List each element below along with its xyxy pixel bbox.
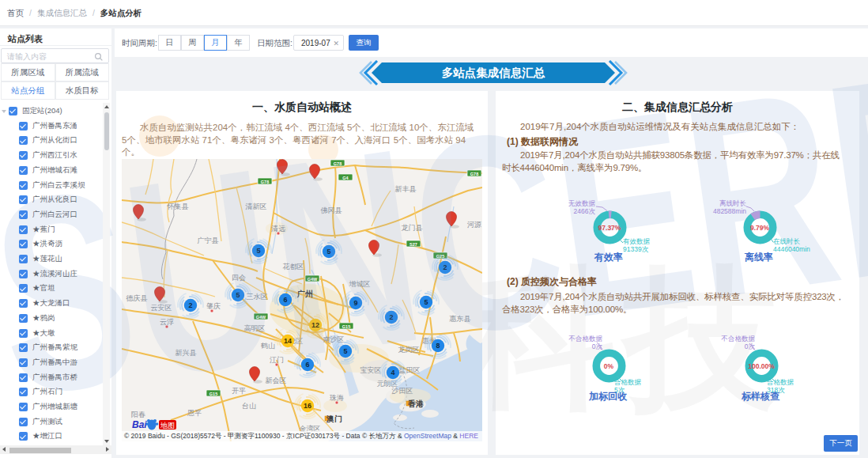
svg-text:G4: G4 xyxy=(342,176,349,180)
svg-text:清新区: 清新区 xyxy=(245,203,267,210)
svg-text:惠东县: 惠东县 xyxy=(449,315,471,323)
svg-text:宝安区: 宝安区 xyxy=(360,366,382,374)
svg-text:2: 2 xyxy=(389,313,393,321)
svg-text:G4W: G4W xyxy=(308,277,318,282)
svg-text:阳春: 阳春 xyxy=(131,411,145,418)
svg-text:珠海: 珠海 xyxy=(330,394,344,402)
svg-text:2: 2 xyxy=(443,263,447,271)
svg-text:沙田区: 沙田区 xyxy=(391,387,413,395)
svg-text:河源: 河源 xyxy=(467,221,481,229)
svg-text:5: 5 xyxy=(256,247,260,255)
svg-text:四会: 四会 xyxy=(232,274,246,282)
svg-text:4: 4 xyxy=(391,369,394,377)
svg-text:怀集县: 怀集县 xyxy=(167,203,189,210)
svg-text:6: 6 xyxy=(305,361,309,369)
svg-text:广州: 广州 xyxy=(296,290,313,298)
svg-text:多站点集成信息汇总: 多站点集成信息汇总 xyxy=(442,66,545,79)
svg-text:台山: 台山 xyxy=(242,402,256,410)
svg-text:9: 9 xyxy=(353,299,357,307)
svg-text:14: 14 xyxy=(284,337,292,345)
svg-text:佛冈县: 佛冈县 xyxy=(321,206,342,214)
svg-text:新会区: 新会区 xyxy=(266,377,287,384)
svg-text:江门: 江门 xyxy=(270,356,284,364)
svg-text:G78: G78 xyxy=(261,180,269,184)
svg-text:5: 5 xyxy=(236,291,240,299)
svg-text:开平: 开平 xyxy=(232,387,246,395)
svg-text:清远: 清远 xyxy=(270,225,285,233)
svg-text:高明区: 高明区 xyxy=(244,324,266,332)
svg-text:肇庆: 肇庆 xyxy=(206,302,221,310)
svg-text:G15: G15 xyxy=(342,324,350,329)
svg-text:S27: S27 xyxy=(409,242,417,247)
svg-text:G78: G78 xyxy=(334,161,342,166)
svg-text:2: 2 xyxy=(188,301,192,309)
svg-text:8: 8 xyxy=(436,342,440,350)
svg-text:16: 16 xyxy=(304,402,311,410)
svg-text:云安区: 云安区 xyxy=(151,304,172,312)
svg-text:增城区: 增城区 xyxy=(349,280,371,288)
svg-text:云浮: 云浮 xyxy=(160,318,174,326)
svg-text:G15: G15 xyxy=(209,392,217,396)
svg-text:龙岗区: 龙岗区 xyxy=(398,346,420,354)
svg-text:Bai: Bai xyxy=(132,419,147,430)
svg-text:新兴县: 新兴县 xyxy=(175,349,197,357)
svg-text:© 2019 Baidu - GS(2018)5572号 -: © 2019 Baidu - GS(2018)5572号 - 甲测资字11009… xyxy=(124,432,478,440)
svg-text:G78: G78 xyxy=(470,172,478,176)
svg-text:新丰县: 新丰县 xyxy=(395,185,417,193)
svg-text:鹤山: 鹤山 xyxy=(260,342,275,350)
svg-text:香港: 香港 xyxy=(407,399,424,408)
svg-text:地图: 地图 xyxy=(160,422,175,430)
svg-text:澳门: 澳门 xyxy=(326,414,342,423)
svg-text:G4W: G4W xyxy=(256,315,266,320)
svg-text:12: 12 xyxy=(311,321,319,329)
svg-text:5: 5 xyxy=(326,248,330,255)
svg-text:花都区: 花都区 xyxy=(283,263,304,271)
svg-text:5: 5 xyxy=(343,347,347,355)
svg-text:5: 5 xyxy=(424,298,428,306)
svg-text:恩平: 恩平 xyxy=(187,409,202,417)
svg-text:6: 6 xyxy=(283,296,287,304)
svg-text:三水区: 三水区 xyxy=(247,293,268,301)
svg-text:龙门县: 龙门县 xyxy=(402,224,423,232)
svg-text:广宁县: 广宁县 xyxy=(198,237,219,244)
svg-text:德庆县: 德庆县 xyxy=(126,294,148,302)
